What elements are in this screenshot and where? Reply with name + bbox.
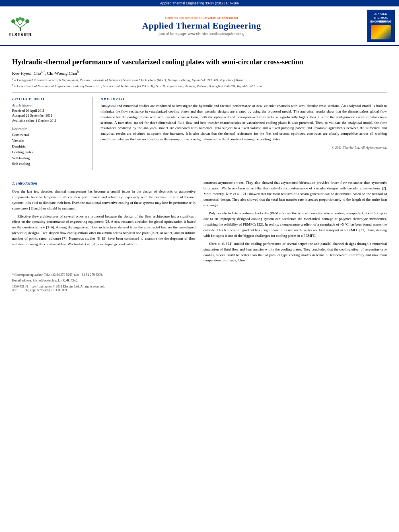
- aff-2-sup: b: [12, 83, 14, 86]
- article-info-label: ARTICLE INFO: [12, 97, 86, 101]
- accepted-date: Accepted 22 September 2011: [12, 113, 86, 118]
- author-sep: , Chi-Woong Choi: [45, 71, 77, 76]
- svg-line-4: [20, 21, 23, 25]
- footnote-corresponding: * Corresponding author. Tel.: +82 54 279…: [12, 273, 387, 277]
- body-para-1: Over the last few decades, thermal manag…: [12, 189, 195, 212]
- affiliation-2: b b Department of Mechanical Engineering…: [12, 83, 387, 88]
- abstract-text: Analytical and numerical studies are con…: [101, 103, 387, 143]
- footnote-email: E-mail address: khcho@postech.ac.kr (K.-…: [12, 278, 387, 283]
- author-2-sup: b: [77, 70, 79, 74]
- aff-2-text: b Department of Mechanical Engineering, …: [14, 84, 262, 88]
- svg-point-5: [11, 19, 15, 23]
- doi-line: 1359-4311/$ – see front matter © 2011 El…: [12, 285, 387, 292]
- cover-title: APPLIEDTHERMALENGINEERING: [370, 12, 392, 24]
- cover-decoration: [371, 25, 391, 39]
- sciverse-line: Contents lists available at SciVerse Sci…: [40, 16, 363, 20]
- svg-rect-0: [20, 28, 21, 31]
- received-date: Received 26 April 2011: [12, 108, 86, 113]
- section-1-number: 1.: [12, 181, 15, 185]
- keyword-1: Constructal: [12, 132, 86, 138]
- svg-point-9: [19, 17, 22, 20]
- journal-cover-image: APPLIEDTHERMALENGINEERING: [367, 10, 395, 42]
- aff-1-sup: a: [12, 77, 14, 80]
- body-para-2: Effective flow architectures of several …: [12, 214, 195, 248]
- keyword-4: Cooling plates: [12, 149, 86, 155]
- authors-line: Kee-Hyeon Choa,*, Chi-Woong Choib: [12, 70, 387, 76]
- section-1-title: Introduction: [16, 181, 37, 185]
- body-col-left: 1. Introduction Over the last few decade…: [12, 180, 195, 266]
- elsevier-wordmark: ELSEVIER: [8, 33, 31, 37]
- article-history-group: Article history: Received 26 April 2011 …: [12, 103, 86, 123]
- keywords-list: Constructal Vascular Dendritic Cooling p…: [12, 132, 86, 166]
- journal-title-banner: Applied Thermal Engineering: [40, 21, 363, 31]
- keyword-6: Self-cooling: [12, 161, 86, 166]
- article-info-abstract-section: ARTICLE INFO Article history: Received 2…: [12, 97, 387, 170]
- elsevier-tree-icon: [9, 16, 31, 32]
- svg-line-2: [20, 23, 27, 28]
- svg-point-6: [25, 19, 29, 23]
- issn-text: 1359-4311/$ – see front matter © 2011 El…: [12, 285, 105, 288]
- body-col-right: construct asymmetric trees. They also sh…: [204, 180, 387, 266]
- section-1-heading: 1. Introduction: [12, 180, 195, 187]
- abstract-col: ABSTRACT Analytical and numerical studie…: [101, 97, 387, 170]
- svg-line-1: [13, 23, 20, 28]
- article-title: Hydraulic-thermal performance of vascula…: [12, 57, 387, 67]
- keywords-label: Keywords:: [12, 127, 86, 131]
- footnote-area: * Corresponding author. Tel.: +82 54 279…: [12, 270, 387, 283]
- svg-point-7: [16, 18, 19, 21]
- keywords-group: Keywords: Constructal Vascular Dendritic…: [12, 127, 86, 166]
- body-columns: 1. Introduction Over the last few decade…: [12, 180, 387, 266]
- journal-header-bar: Applied Thermal Engineering 33-34 (2012)…: [0, 0, 399, 6]
- body-para-3: construct asymmetric trees. They also sh…: [204, 180, 387, 208]
- footnote-email-text: E-mail address: khcho@postech.ac.kr (K.-…: [12, 279, 78, 282]
- elsevier-logo: ELSEVIER: [4, 15, 36, 37]
- journal-homepage-line: journal homepage: www.elsevier.com/locat…: [40, 32, 363, 36]
- divider-1: [12, 92, 387, 93]
- main-content: Hydraulic-thermal performance of vascula…: [0, 46, 399, 296]
- divider-2: [12, 174, 387, 174]
- history-heading: Article history:: [12, 103, 86, 107]
- available-date: Available online 1 October 2011: [12, 118, 86, 123]
- keyword-5: Self-healing: [12, 155, 86, 161]
- body-para-4: Polymer electrolyte membrane fuel cells …: [204, 211, 387, 239]
- author-1-sup: a,*: [41, 70, 45, 74]
- keyword-3: Dendritic: [12, 144, 86, 149]
- journal-citation: Applied Thermal Engineering 33-34 (2012)…: [160, 1, 239, 5]
- keyword-2: Vascular: [12, 138, 86, 143]
- copyright-line: © 2011 Elsevier Ltd. All rights reserved…: [101, 146, 387, 150]
- abstract-label: ABSTRACT: [101, 97, 387, 101]
- aff-1-text: a Energy and Resources Research Departme…: [14, 78, 245, 82]
- article-info-col: ARTICLE INFO Article history: Received 2…: [12, 97, 93, 170]
- body-para-5: Chen et al. [24] studied the cooling per…: [204, 241, 387, 264]
- sciverse-text: Contents lists available at: [165, 16, 202, 20]
- top-banner: ELSEVIER Contents lists available at Sci…: [0, 6, 399, 46]
- author-1: Kee-Hyeon Cho: [12, 71, 41, 76]
- body-section: 1. Introduction Over the last few decade…: [12, 180, 387, 266]
- affiliation-1: a a Energy and Resources Research Depart…: [12, 77, 387, 82]
- svg-line-3: [17, 21, 20, 25]
- svg-point-8: [21, 18, 25, 21]
- doi-text: doi:10.1016/j.applthermaleng.2011.09.029: [12, 288, 67, 292]
- sciverse-brand: SciVerse ScienceDirect: [202, 16, 238, 20]
- svg-rect-10: [19, 29, 22, 29]
- banner-center: Contents lists available at SciVerse Sci…: [40, 16, 363, 36]
